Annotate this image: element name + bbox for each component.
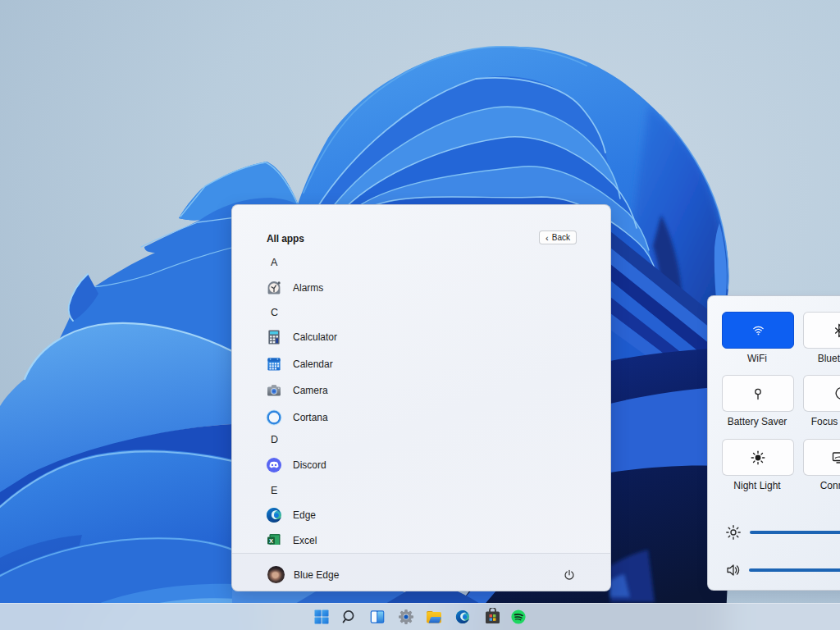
- svg-text:X: X: [269, 537, 273, 545]
